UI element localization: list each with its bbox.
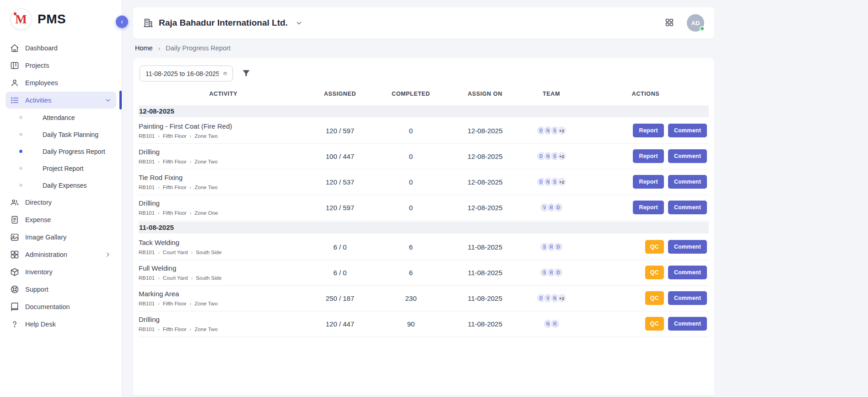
assign-on-date: 12-08-2025	[450, 204, 520, 212]
path-segment: RB101	[139, 133, 155, 139]
assigned-value: 100 / 447	[308, 152, 372, 160]
chevron-right-icon: ›	[191, 250, 193, 255]
qc-button[interactable]: QC	[645, 291, 664, 305]
chevron-right-icon: ›	[190, 133, 192, 139]
directory-icon	[10, 198, 19, 207]
team-avatars: DNS+2	[520, 177, 582, 187]
sidebar-subitem-project-report[interactable]: Project Report	[5, 160, 116, 177]
activity-location-path: RB101›Fifth Floor›Zone Two	[139, 159, 308, 164]
team-member-badge[interactable]: D	[553, 202, 563, 212]
comment-button[interactable]: Comment	[668, 124, 707, 137]
chevron-right-icon: ›	[158, 250, 160, 255]
sidebar-item-support[interactable]: Support	[5, 281, 116, 298]
assign-on-date: 11-08-2025	[450, 294, 520, 302]
apps-grid-icon[interactable]	[664, 17, 675, 28]
breadcrumb-home-link[interactable]: Home	[135, 44, 153, 52]
activity-location-path: RB101›Fifth Floor›Zone Two	[139, 301, 308, 306]
sidebar-item-label: Activities	[25, 97, 98, 104]
report-button[interactable]: Report	[633, 175, 663, 189]
qc-button[interactable]: QC	[645, 317, 664, 331]
administration-icon	[10, 250, 19, 259]
comment-button[interactable]: Comment	[668, 266, 707, 279]
row-actions: ReportComment	[582, 149, 709, 163]
team-avatars: DNS+2	[520, 125, 582, 136]
team-member-badge[interactable]: R	[550, 319, 560, 329]
table-row: Drilling RB101›Fifth Floor›Zone Two 120 …	[139, 311, 709, 337]
chevron-down-icon	[295, 19, 303, 27]
sidebar-item-projects[interactable]: Projects	[5, 57, 116, 74]
sidebar-subitem-label: Attendance	[43, 114, 75, 121]
date-group-row: 12-08-2025	[139, 105, 709, 117]
sidebar-subitem-daily-expenses[interactable]: Daily Expenses	[5, 177, 116, 194]
report-button[interactable]: Report	[633, 201, 663, 214]
projects-icon	[10, 61, 19, 70]
breadcrumb: Home › Daily Progress Report	[135, 44, 868, 52]
chevron-down-icon	[104, 97, 112, 104]
team-extra-badge[interactable]: +2	[557, 293, 567, 303]
user-avatar[interactable]: AD	[687, 14, 704, 32]
path-segment: Fifth Floor	[163, 185, 187, 190]
path-segment: Zone Two	[194, 185, 217, 190]
comment-button[interactable]: Comment	[668, 317, 707, 331]
content-card: ACTIVITY ASSIGNED COMPLETED ASSIGN ON TE…	[133, 58, 714, 395]
report-button[interactable]: Report	[633, 149, 663, 163]
path-segment: RB101	[139, 159, 155, 164]
sidebar-item-image-gallary[interactable]: Image Gallary	[5, 228, 116, 245]
sidebar-subitem-daily-task-planning[interactable]: Daily Task Planning	[5, 126, 116, 143]
path-segment: RB101	[139, 185, 155, 190]
activity-table-body: 12-08-2025 Painting - First Coat (Fire R…	[139, 105, 709, 337]
comment-button[interactable]: Comment	[668, 201, 707, 214]
comment-button[interactable]: Comment	[668, 291, 707, 305]
filter-funnel-icon[interactable]	[241, 69, 251, 79]
sidebar-item-employees[interactable]: Employees	[5, 74, 116, 91]
completed-value: 6	[372, 269, 450, 277]
sidebar-item-directory[interactable]: Directory	[5, 194, 116, 211]
date-range-input[interactable]	[146, 70, 219, 77]
sidebar-item-label: Documentation	[25, 303, 112, 310]
breadcrumb-current: Daily Progress Report	[166, 44, 231, 52]
sidebar-collapse-button[interactable]: ‹	[116, 16, 128, 28]
path-segment: Court Yard	[163, 275, 188, 281]
completed-value: 90	[372, 320, 450, 328]
report-button[interactable]: Report	[633, 124, 663, 137]
row-actions: QCComment	[582, 266, 709, 279]
sidebar-item-help-desk[interactable]: Help Desk	[5, 315, 116, 332]
team-extra-badge[interactable]: +2	[557, 177, 567, 187]
path-segment: Fifth Floor	[163, 210, 187, 216]
team-extra-badge[interactable]: +2	[557, 151, 567, 161]
sidebar-item-label: Directory	[25, 199, 112, 206]
avatar-initials: AD	[691, 20, 700, 27]
row-actions: ReportComment	[582, 201, 709, 214]
building-icon	[143, 18, 153, 28]
sidebar-item-documentation[interactable]: Documentation	[5, 298, 116, 315]
sidebar-item-expense[interactable]: Expense	[5, 211, 116, 228]
date-range-picker[interactable]	[140, 65, 233, 82]
qc-button[interactable]: QC	[645, 240, 664, 254]
sidebar-item-label: Inventory	[25, 268, 112, 276]
qc-button[interactable]: QC	[645, 266, 664, 279]
team-member-badge[interactable]: D	[553, 242, 563, 252]
path-segment: RB101	[139, 326, 155, 332]
comment-button[interactable]: Comment	[668, 149, 707, 163]
company-selector[interactable]: Raja Bahadur International Ltd.	[143, 18, 303, 28]
completed-value: 0	[372, 178, 450, 186]
path-segment: Zone One	[194, 210, 218, 216]
bullet-dot-icon	[19, 184, 22, 187]
activity-location-path: RB101›Fifth Floor›Zone One	[139, 210, 308, 216]
assign-on-date: 12-08-2025	[450, 178, 520, 186]
sidebar-item-administration[interactable]: Administration	[5, 246, 116, 263]
sidebar-subitem-attendance[interactable]: Attendance	[5, 109, 116, 126]
sidebar-item-dashboard[interactable]: Dashboard	[5, 39, 116, 56]
path-segment: RB101	[139, 210, 155, 216]
sidebar-item-inventory[interactable]: Inventory	[5, 263, 116, 280]
comment-button[interactable]: Comment	[668, 240, 707, 254]
row-actions: QCComment	[582, 317, 709, 331]
comment-button[interactable]: Comment	[668, 175, 707, 189]
activity-location-path: RB101›Court Yard›South Side	[139, 275, 308, 281]
team-member-badge[interactable]: D	[553, 267, 563, 277]
sidebar-subitem-daily-progress-report[interactable]: Daily Progress Report	[5, 143, 116, 160]
sidebar-item-activities[interactable]: Activities	[5, 92, 116, 109]
chevron-right-icon: ›	[190, 159, 192, 164]
team-extra-badge[interactable]: +2	[557, 125, 567, 136]
completed-value: 0	[372, 127, 450, 135]
